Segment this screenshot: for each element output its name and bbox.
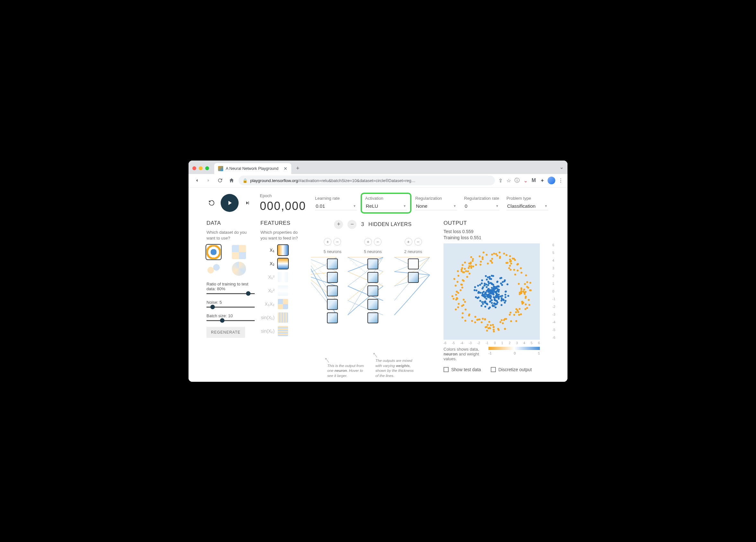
neuron[interactable] (408, 272, 419, 283)
neuron[interactable] (327, 299, 338, 310)
maximize-window-button[interactable] (205, 166, 209, 170)
svg-point-255 (457, 270, 459, 272)
mendeley-icon[interactable]: M (531, 178, 537, 183)
svg-point-226 (510, 320, 512, 322)
add-neuron-button[interactable]: + (405, 238, 412, 246)
lock-icon: 🔒 (242, 178, 248, 183)
dataset-spiral[interactable] (232, 262, 246, 276)
neuron[interactable] (327, 258, 338, 269)
minimize-window-button[interactable] (199, 166, 203, 170)
svg-point-186 (488, 282, 490, 284)
new-tab-button[interactable]: + (293, 164, 302, 173)
svg-point-22 (487, 284, 489, 286)
svg-point-355 (483, 251, 485, 253)
svg-point-376 (488, 321, 490, 323)
ratio-slider[interactable] (207, 293, 255, 294)
discretize-checkbox[interactable]: Discretize output (491, 367, 532, 372)
add-neuron-button[interactable]: + (364, 238, 372, 246)
feature-X₁²[interactable]: X₁² (260, 272, 302, 282)
controls-row: Epoch 000,000 Learning rate 0.01▼ Activa… (189, 188, 567, 220)
svg-point-85 (505, 290, 507, 292)
svg-point-245 (484, 319, 486, 320)
neuron[interactable] (367, 312, 378, 323)
neuron[interactable] (367, 299, 378, 310)
reg-rate-select[interactable]: Regularization rate 0▼ (464, 196, 499, 210)
svg-point-28 (479, 284, 481, 286)
remove-layer-button[interactable]: − (347, 220, 356, 229)
problem-type-select[interactable]: Problem type Classification▼ (506, 196, 548, 210)
batch-slider[interactable] (207, 320, 255, 321)
svg-point-297 (508, 267, 510, 269)
neuron[interactable] (327, 312, 338, 323)
back-button[interactable] (192, 176, 201, 185)
learning-rate-select[interactable]: Learning rate 0.01▼ (315, 196, 357, 210)
activation-highlight: Activation ReLU▼ (361, 193, 411, 214)
address-bar[interactable]: 🔒 playground.tensorflow.org/#activation=… (239, 176, 495, 185)
svg-point-296 (462, 279, 464, 281)
forward-button[interactable] (204, 176, 213, 185)
show-test-checkbox[interactable]: Show test data (444, 367, 481, 372)
regenerate-button[interactable]: REGENERATE (207, 327, 245, 338)
svg-point-222 (455, 308, 457, 310)
svg-point-280 (493, 330, 495, 332)
dataset-grid (207, 245, 255, 276)
pocket-icon[interactable]: ⌄ (523, 178, 528, 183)
svg-point-369 (457, 306, 459, 308)
tabs-menu-button[interactable]: ⌄ (559, 164, 564, 170)
reset-button[interactable] (207, 198, 217, 208)
play-button[interactable] (221, 194, 239, 212)
reload-button[interactable] (215, 176, 224, 185)
svg-point-324 (476, 319, 478, 320)
features-subtext: Which properties do you want to feed in? (260, 230, 302, 241)
svg-point-133 (501, 284, 503, 286)
feature-sin(X₂)[interactable]: sin(X₂) (260, 326, 302, 336)
remove-neuron-button[interactable]: − (414, 238, 422, 246)
neuron[interactable] (327, 285, 338, 296)
activation-select[interactable]: Activation ReLU▼ (365, 196, 407, 210)
neuron[interactable] (327, 272, 338, 283)
window-controls (192, 166, 209, 170)
info-icon[interactable]: ⓘ (514, 178, 520, 183)
neuron[interactable] (408, 258, 419, 269)
close-tab-button[interactable]: ✕ (284, 166, 287, 171)
home-button[interactable] (227, 176, 236, 185)
svg-point-35 (486, 278, 488, 280)
regularization-select[interactable]: Regularization None▼ (415, 196, 457, 210)
feature-X₂[interactable]: X₂ (260, 258, 302, 269)
add-neuron-button[interactable]: + (324, 238, 331, 246)
noise-slider[interactable] (207, 307, 255, 308)
y-axis-ticks: 6543210-1-2-3-4-5-6 (552, 243, 555, 340)
chevron-down-icon: ▼ (496, 204, 499, 208)
feature-X₁X₂[interactable]: X₁X₂ (260, 299, 302, 309)
step-button[interactable] (242, 198, 253, 208)
svg-point-207 (470, 256, 472, 258)
svg-point-48 (505, 296, 506, 298)
add-layer-button[interactable]: + (334, 220, 343, 229)
dataset-gauss[interactable] (207, 262, 221, 276)
svg-point-253 (465, 308, 467, 310)
neuron[interactable] (367, 258, 378, 269)
dataset-xor[interactable] (232, 245, 246, 259)
feature-sin(X₁)[interactable]: sin(X₁) (260, 312, 302, 323)
menu-icon[interactable]: ⋮ (558, 178, 564, 183)
remove-neuron-button[interactable]: − (374, 238, 382, 246)
profile-avatar[interactable] (548, 177, 555, 184)
feature-X₂²[interactable]: X₂² (260, 285, 302, 296)
bookmark-icon[interactable]: ☆ (506, 178, 512, 183)
svg-point-208 (519, 308, 521, 310)
close-window-button[interactable] (192, 166, 196, 170)
page-content: Epoch 000,000 Learning rate 0.01▼ Activa… (189, 188, 567, 382)
feature-X₁[interactable]: X₁ (260, 245, 302, 255)
svg-point-228 (510, 311, 512, 313)
test-loss: Test loss 0.559 (444, 229, 549, 234)
dataset-circle[interactable] (207, 245, 221, 259)
svg-point-160 (491, 293, 493, 294)
share-icon[interactable]: ⇪ (497, 178, 503, 183)
remove-neuron-button[interactable]: − (333, 238, 341, 246)
browser-tab[interactable]: A Neural Network Playground ✕ (214, 163, 291, 174)
neuron[interactable] (367, 285, 378, 296)
svg-point-348 (510, 262, 512, 264)
neuron[interactable] (367, 272, 378, 283)
extensions-icon[interactable]: ✦ (539, 178, 545, 183)
svg-point-204 (462, 264, 463, 266)
